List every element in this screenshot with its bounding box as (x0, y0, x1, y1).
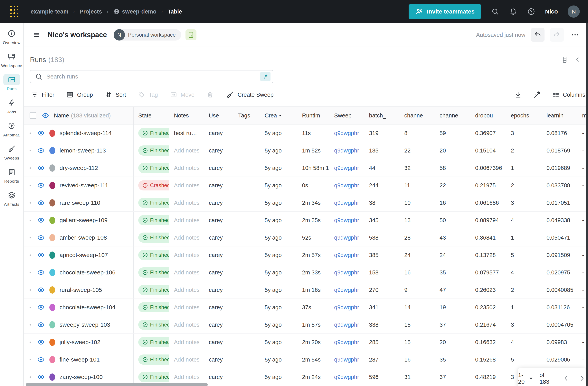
more-options-button[interactable] (571, 31, 579, 39)
run-color-dot[interactable] (49, 286, 55, 294)
drag-handle[interactable] (30, 289, 31, 291)
column-header-batch_[interactable]: batch_ (364, 112, 399, 119)
sweep-link[interactable]: q9dwgphr (334, 130, 359, 136)
sweep-link[interactable]: q9dwgphr (334, 339, 359, 345)
notes-cell[interactable]: Add notes (174, 217, 200, 223)
sidebar-item-artifacts[interactable]: Artifacts (3, 189, 20, 207)
drag-handle[interactable] (30, 237, 31, 238)
table-panel-icon[interactable] (561, 56, 568, 63)
notes-cell[interactable]: Add notes (174, 235, 200, 241)
sweep-link[interactable]: q9dwgphr (334, 147, 359, 154)
notes-cell[interactable]: Add notes (174, 252, 200, 258)
visibility-eye-icon[interactable] (37, 182, 45, 189)
visibility-eye-icon[interactable] (37, 234, 45, 241)
breadcrumb-item-example-team[interactable]: example-team (31, 8, 68, 15)
notes-cell[interactable]: Add notes (174, 147, 200, 154)
next-page-button[interactable] (579, 375, 586, 382)
run-color-dot[interactable] (49, 182, 55, 189)
run-name-link[interactable]: lemon-sweep-113 (60, 147, 106, 154)
menu-icon[interactable] (33, 31, 41, 39)
visibility-eye-icon[interactable] (37, 164, 45, 172)
column-header-epochs[interactable]: epochs (506, 112, 542, 119)
drag-handle[interactable] (30, 272, 31, 273)
visibility-eye-icon[interactable] (37, 338, 45, 346)
visibility-eye-icon[interactable] (37, 321, 45, 328)
search-icon[interactable] (491, 7, 499, 16)
sweep-link[interactable]: q9dwgphr (334, 374, 359, 380)
run-color-dot[interactable] (49, 321, 55, 328)
run-color-dot[interactable] (49, 199, 55, 206)
run-name-link[interactable]: sweepy-sweep-103 (60, 321, 110, 328)
column-header-learnin[interactable]: learnin (542, 112, 577, 119)
drag-handle[interactable] (30, 342, 31, 343)
name-header-label[interactable]: Name (54, 112, 69, 119)
invite-teammates-button[interactable]: Invite teammates (409, 4, 481, 19)
column-header-Use[interactable]: Use (204, 112, 233, 119)
group-button[interactable]: Group (66, 91, 93, 99)
run-color-dot[interactable] (49, 217, 55, 224)
sidebar-item-automat[interactable]: Automat. (3, 120, 20, 137)
sidebar-item-workspace[interactable]: Workspace (1, 51, 22, 68)
sweep-link[interactable]: q9dwgphr (334, 217, 359, 223)
drag-handle[interactable] (30, 150, 31, 151)
drag-handle[interactable] (30, 220, 31, 221)
visibility-eye-icon[interactable] (37, 373, 45, 381)
create-sweep-button[interactable]: Create Sweep (226, 90, 274, 99)
drag-handle[interactable] (30, 324, 31, 325)
run-name-link[interactable]: gallant-sweep-109 (60, 217, 107, 223)
run-color-dot[interactable] (49, 304, 55, 311)
notes-cell[interactable]: best ru… (174, 130, 197, 136)
notes-cell[interactable]: Add notes (174, 374, 200, 380)
sweep-link[interactable]: q9dwgphr (334, 200, 359, 206)
sweep-link[interactable]: q9dwgphr (334, 356, 359, 363)
run-name-link[interactable]: rural-sweep-105 (60, 286, 102, 293)
run-color-dot[interactable] (49, 164, 55, 172)
sweep-link[interactable]: q9dwgphr (334, 322, 359, 328)
run-name-link[interactable]: fine-sweep-101 (60, 356, 100, 363)
column-header-Tags[interactable]: Tags (233, 112, 260, 119)
sidebar-item-sweeps[interactable]: Sweeps (3, 143, 20, 161)
drag-handle[interactable] (30, 307, 31, 308)
prev-page-button[interactable] (563, 375, 569, 382)
sweep-link[interactable]: q9dwgphr (334, 165, 359, 171)
drag-handle[interactable] (30, 376, 31, 378)
run-name-link[interactable]: apricot-sweep-107 (60, 252, 108, 258)
drag-handle[interactable] (30, 185, 31, 186)
run-name-link[interactable]: chocolate-sweep-106 (60, 269, 115, 276)
column-header-Crea[interactable]: Crea (260, 112, 297, 119)
visibility-eye-icon[interactable] (42, 112, 49, 119)
notes-cell[interactable]: Add notes (174, 200, 200, 206)
wandb-logo[interactable] (7, 5, 20, 18)
visibility-eye-icon[interactable] (37, 269, 45, 276)
run-color-dot[interactable] (49, 269, 55, 276)
sort-button[interactable]: Sort (105, 91, 126, 99)
notes-cell[interactable]: Add notes (174, 287, 200, 293)
visibility-eye-icon[interactable] (37, 251, 45, 259)
column-header-channe[interactable]: channe (435, 112, 470, 119)
notes-cell[interactable]: Add notes (174, 269, 200, 276)
run-name-link[interactable]: revived-sweep-111 (60, 182, 108, 189)
sweep-link[interactable]: q9dwgphr (334, 252, 359, 258)
search-runs-input[interactable] (46, 73, 260, 80)
regex-toggle-button[interactable]: .* (260, 72, 271, 81)
visibility-eye-icon[interactable] (37, 356, 45, 363)
column-header-Runtim[interactable]: Runtim (297, 112, 329, 119)
column-header-dropou[interactable]: dropou (470, 112, 506, 119)
run-name-link[interactable]: zany-sweep-100 (60, 374, 103, 380)
run-color-dot[interactable] (49, 356, 55, 363)
notes-cell[interactable]: Add notes (174, 356, 200, 363)
breadcrumb-item-sweep-demo[interactable]: sweep-demo (113, 8, 156, 15)
run-color-dot[interactable] (49, 251, 55, 259)
download-button[interactable] (514, 91, 522, 99)
right-panel-rail[interactable] (586, 23, 588, 386)
visibility-eye-icon[interactable] (37, 286, 45, 294)
avatar[interactable]: N (568, 5, 580, 18)
drag-handle[interactable] (30, 254, 31, 256)
sidebar-item-reports[interactable]: Reports (3, 166, 20, 183)
sweep-link[interactable]: q9dwgphr (334, 287, 359, 293)
column-header-Notes[interactable]: Notes (169, 112, 204, 119)
visibility-eye-icon[interactable] (37, 129, 45, 137)
sweep-link[interactable]: q9dwgphr (334, 304, 359, 310)
visibility-eye-icon[interactable] (37, 147, 45, 154)
column-header-Sweep[interactable]: Sweep (329, 112, 364, 119)
